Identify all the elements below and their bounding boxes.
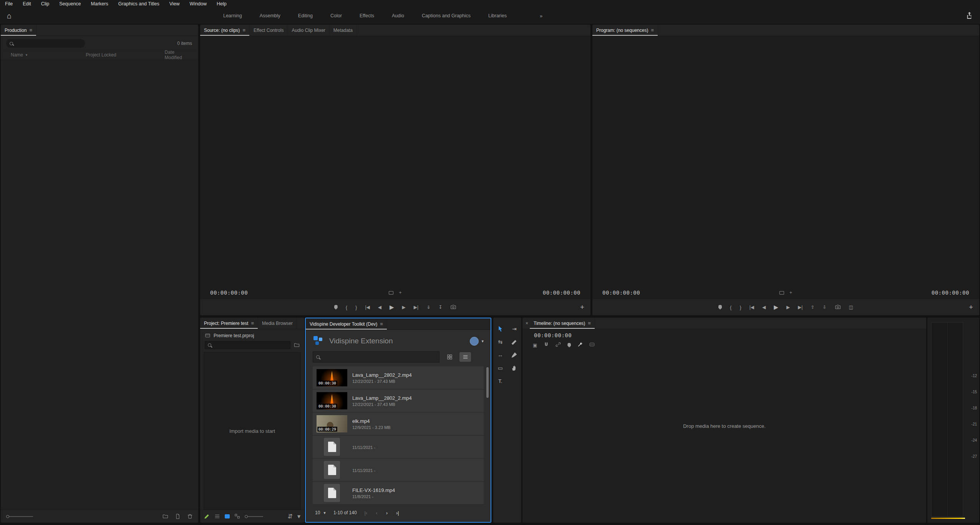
sort-icons-icon[interactable]: ⇵	[288, 513, 293, 520]
new-bin-icon[interactable]	[163, 513, 168, 519]
button-editor-icon[interactable]: +	[969, 303, 973, 311]
lift-icon[interactable]: ⇧	[811, 305, 814, 310]
workspace-libraries[interactable]: Libraries	[488, 13, 507, 18]
user-avatar[interactable]	[470, 337, 479, 346]
tab-audio-clip-mixer[interactable]: Audio Clip Mixer	[288, 25, 329, 36]
step-forward-icon[interactable]: ▶	[786, 305, 790, 310]
menu-markers[interactable]: Markers	[91, 1, 108, 7]
mark-in-icon[interactable]: {	[730, 305, 731, 310]
extract-icon[interactable]: ⇩	[823, 305, 827, 310]
chevron-down-icon[interactable]: ▾	[297, 513, 300, 520]
panel-menu-icon[interactable]: ≡	[651, 27, 654, 33]
panel-menu-icon[interactable]: ≡	[380, 321, 383, 327]
tab-project[interactable]: Project: Premiere test ≡	[200, 318, 258, 329]
menu-graphics-titles[interactable]: Graphics and Titles	[118, 1, 159, 7]
workspace-editing[interactable]: Editing	[298, 13, 313, 18]
panel-menu-icon[interactable]: ≡	[29, 27, 32, 33]
go-to-out-icon[interactable]: ▶|	[798, 305, 803, 310]
mark-in-icon[interactable]: {	[346, 305, 347, 310]
step-forward-icon[interactable]: ▶	[402, 305, 406, 310]
playback-resolution-icon[interactable]: +	[789, 290, 792, 295]
button-editor-icon[interactable]: +	[580, 303, 584, 311]
panel-menu-icon[interactable]: ≡	[242, 27, 245, 33]
column-date-modified[interactable]: Date Modified	[165, 50, 193, 60]
comparison-view-icon[interactable]: ◫	[849, 305, 853, 310]
nest-toggle-icon[interactable]: ▣	[533, 343, 537, 348]
tab-production[interactable]: Production ≡	[1, 25, 36, 36]
workspace-audio[interactable]: Audio	[392, 13, 404, 18]
step-back-icon[interactable]: ◀	[378, 305, 381, 310]
source-viewer[interactable]	[200, 36, 590, 286]
menu-view[interactable]: View	[169, 1, 180, 7]
mark-out-icon[interactable]: }	[740, 305, 741, 310]
tab-program[interactable]: Program: (no sequences) ≡	[592, 25, 658, 36]
mark-out-icon[interactable]: }	[355, 305, 357, 310]
hand-tool[interactable]	[507, 361, 522, 374]
panel-menu-icon[interactable]: ≡	[588, 320, 591, 326]
list-view-icon[interactable]	[214, 513, 220, 519]
quick-export-icon[interactable]	[966, 12, 973, 20]
play-icon[interactable]: ▶	[390, 304, 394, 311]
thumbnail-zoom-slider[interactable]	[6, 515, 33, 518]
track-select-forward-tool[interactable]: ⇥	[507, 322, 522, 335]
grid-view-icon[interactable]	[444, 352, 455, 362]
tab-media-browser[interactable]: Media Browser	[258, 318, 297, 329]
pen-tool[interactable]	[507, 348, 522, 361]
workspace-effects[interactable]: Effects	[360, 13, 374, 18]
avatar-menu-caret-icon[interactable]: ▾	[481, 339, 484, 344]
slip-tool[interactable]: ↔	[493, 348, 507, 361]
project-writable-pencil-icon[interactable]	[204, 513, 210, 519]
column-name[interactable]: Name ▼	[11, 52, 86, 58]
column-project-locked[interactable]: Project Locked	[86, 52, 164, 58]
first-page-icon[interactable]: |‹	[365, 510, 368, 516]
add-marker-icon[interactable]	[334, 305, 338, 310]
go-to-in-icon[interactable]: |◀	[365, 305, 370, 310]
selection-tool[interactable]	[493, 322, 507, 335]
icon-view-icon[interactable]	[225, 514, 230, 518]
timeline-settings-wrench-icon[interactable]	[577, 342, 583, 348]
go-to-out-icon[interactable]: ▶|	[414, 305, 418, 310]
razor-tool[interactable]	[507, 335, 522, 348]
previous-page-icon[interactable]: ‹	[376, 510, 377, 516]
menu-clip[interactable]: Clip	[41, 1, 50, 7]
tab-effect-controls[interactable]: Effect Controls	[250, 25, 288, 36]
media-list-item[interactable]: 00:00:29 elk.mp4 12/9/2021 - 3.23 MB	[313, 412, 484, 436]
add-marker-icon[interactable]	[718, 305, 722, 310]
captions-icon[interactable]	[589, 342, 595, 348]
program-playhead-timecode[interactable]: 00:00:00:00	[602, 290, 640, 296]
next-page-icon[interactable]: ›	[386, 510, 388, 516]
new-item-icon[interactable]	[175, 513, 181, 519]
export-frame-icon[interactable]	[835, 304, 841, 311]
menu-file[interactable]: File	[5, 1, 13, 7]
ripple-edit-tool[interactable]: ⇆	[493, 335, 507, 348]
type-tool[interactable]: T.	[493, 374, 507, 388]
close-panel-icon[interactable]: ×	[522, 318, 530, 329]
scrollbar-thumb[interactable]	[486, 367, 489, 398]
workspace-color[interactable]: Color	[330, 13, 342, 18]
play-icon[interactable]: ▶	[774, 304, 778, 311]
program-viewer[interactable]	[592, 36, 979, 286]
timeline-area[interactable]: 00:00:00:00 ▣ Drop media here to create …	[522, 329, 926, 523]
timeline-playhead-timecode[interactable]: 00:00:00:00	[534, 332, 572, 338]
production-list-area[interactable]	[1, 60, 198, 510]
home-icon[interactable]: ⌂	[7, 12, 12, 20]
insert-icon[interactable]: ⇓	[426, 305, 430, 310]
freeform-view-icon[interactable]	[234, 513, 240, 519]
list-view-icon[interactable]	[459, 352, 471, 362]
panel-menu-icon[interactable]: ≡	[251, 320, 254, 326]
step-back-icon[interactable]: ◀	[762, 305, 766, 310]
project-empty-area[interactable]: Import media to start	[204, 352, 301, 510]
go-to-in-icon[interactable]: |◀	[750, 305, 754, 310]
delete-icon[interactable]	[187, 513, 193, 519]
linked-selection-icon[interactable]	[555, 342, 561, 348]
thumbnail-zoom-slider[interactable]	[245, 515, 263, 518]
playback-resolution-icon[interactable]: +	[399, 290, 401, 295]
workspace-captions-graphics[interactable]: Captions and Graphics	[422, 13, 471, 18]
page-size-select[interactable]: 10 ▾	[315, 510, 326, 515]
production-search-input[interactable]	[6, 39, 85, 48]
workspace-assembly[interactable]: Assembly	[260, 13, 280, 18]
tab-timeline[interactable]: Timeline: (no sequences) ≡	[530, 318, 595, 329]
menu-edit[interactable]: Edit	[23, 1, 31, 7]
add-marker-icon[interactable]	[567, 343, 571, 348]
workspace-overflow-chevron[interactable]: »	[540, 13, 542, 19]
